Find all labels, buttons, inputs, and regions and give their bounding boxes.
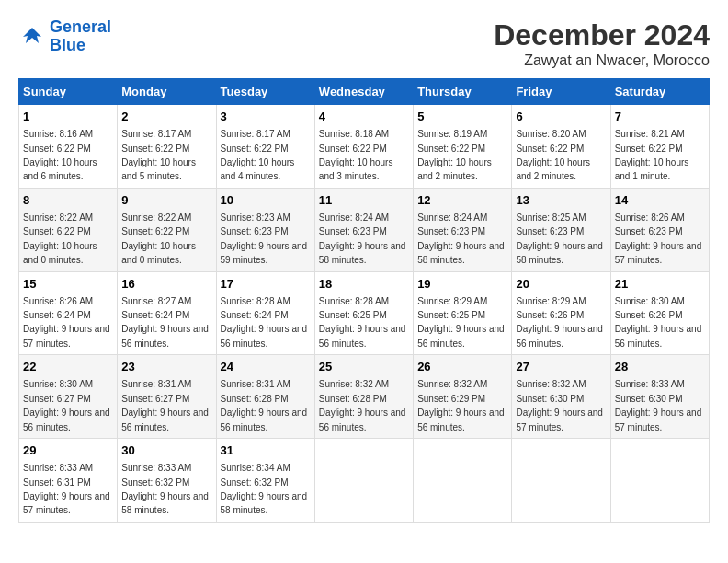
daylight-info: Daylight: 10 hours and 2 minutes. (516, 157, 590, 181)
sunrise-info: Sunrise: 8:24 AM (319, 213, 389, 223)
header-day: Saturday (610, 79, 709, 105)
calendar-cell (414, 439, 512, 523)
daylight-info: Daylight: 9 hours and 56 minutes. (221, 324, 308, 348)
day-number: 23 (121, 359, 211, 375)
sunrise-info: Sunrise: 8:30 AM (615, 296, 685, 306)
sunrise-info: Sunrise: 8:33 AM (121, 463, 191, 473)
calendar-week-row: 8Sunrise: 8:22 AMSunset: 6:22 PMDaylight… (19, 188, 710, 271)
daylight-info: Daylight: 9 hours and 56 minutes. (121, 408, 209, 431)
calendar-cell: 5Sunrise: 8:19 AMSunset: 6:22 PMDaylight… (414, 105, 512, 189)
day-number: 6 (516, 109, 606, 125)
daylight-info: Daylight: 10 hours and 0 minutes. (121, 241, 196, 265)
calendar-cell: 13Sunrise: 8:25 AMSunset: 6:23 PMDayligh… (512, 188, 610, 271)
calendar-cell: 27Sunrise: 8:32 AMSunset: 6:30 PMDayligh… (512, 355, 610, 439)
day-number: 21 (615, 276, 705, 293)
day-number: 22 (23, 359, 113, 375)
sunset-info: Sunset: 6:22 PM (23, 226, 91, 236)
sunset-info: Sunset: 6:32 PM (121, 477, 189, 488)
sunset-info: Sunset: 6:23 PM (516, 226, 584, 236)
daylight-info: Daylight: 9 hours and 59 minutes. (221, 241, 308, 265)
sunset-info: Sunset: 6:22 PM (615, 144, 683, 154)
day-number: 24 (221, 359, 311, 375)
daylight-info: Daylight: 9 hours and 57 minutes. (615, 408, 702, 431)
header-day: Monday (118, 79, 216, 105)
calendar-cell: 11Sunrise: 8:24 AMSunset: 6:23 PMDayligh… (314, 188, 413, 271)
sunset-info: Sunset: 6:32 PM (221, 477, 289, 488)
day-number: 28 (615, 359, 705, 375)
sunrise-info: Sunrise: 8:22 AM (121, 213, 191, 223)
calendar-cell: 7Sunrise: 8:21 AMSunset: 6:22 PMDaylight… (610, 105, 709, 189)
header-row: SundayMondayTuesdayWednesdayThursdayFrid… (19, 79, 710, 105)
sunrise-info: Sunrise: 8:19 AM (417, 129, 487, 139)
calendar-week-row: 1Sunrise: 8:16 AMSunset: 6:22 PMDaylight… (19, 105, 710, 189)
daylight-info: Daylight: 10 hours and 4 minutes. (221, 157, 295, 181)
daylight-info: Daylight: 9 hours and 56 minutes. (121, 324, 209, 348)
calendar-cell: 18Sunrise: 8:28 AMSunset: 6:25 PMDayligh… (314, 271, 413, 355)
day-number: 15 (23, 276, 113, 293)
daylight-info: Daylight: 9 hours and 57 minutes. (23, 491, 110, 515)
calendar-cell: 10Sunrise: 8:23 AMSunset: 6:23 PMDayligh… (216, 188, 314, 271)
calendar-cell: 17Sunrise: 8:28 AMSunset: 6:24 PMDayligh… (216, 271, 314, 355)
sunrise-info: Sunrise: 8:24 AM (417, 213, 487, 223)
sunset-info: Sunset: 6:22 PM (417, 144, 485, 154)
sunrise-info: Sunrise: 8:17 AM (221, 129, 290, 139)
daylight-info: Daylight: 9 hours and 56 minutes. (221, 408, 308, 431)
daylight-info: Daylight: 9 hours and 56 minutes. (516, 324, 603, 348)
logo-text: General Blue (50, 18, 111, 55)
sunrise-info: Sunrise: 8:32 AM (417, 379, 487, 389)
page-title: December 2024 (494, 18, 710, 52)
calendar-week-row: 22Sunrise: 8:30 AMSunset: 6:27 PMDayligh… (19, 355, 710, 439)
sunrise-info: Sunrise: 8:26 AM (615, 213, 685, 223)
calendar-cell: 9Sunrise: 8:22 AMSunset: 6:22 PMDaylight… (118, 188, 216, 271)
sunset-info: Sunset: 6:23 PM (221, 226, 289, 236)
day-number: 19 (417, 276, 507, 293)
daylight-info: Daylight: 10 hours and 3 minutes. (319, 157, 393, 181)
calendar-cell: 31Sunrise: 8:34 AMSunset: 6:32 PMDayligh… (216, 439, 314, 523)
sunset-info: Sunset: 6:25 PM (319, 310, 387, 320)
sunrise-info: Sunrise: 8:33 AM (615, 379, 685, 389)
calendar-table: SundayMondayTuesdayWednesdayThursdayFrid… (18, 78, 710, 523)
sunrise-info: Sunrise: 8:17 AM (121, 129, 191, 139)
sunrise-info: Sunrise: 8:20 AM (516, 129, 586, 139)
day-number: 31 (221, 442, 311, 459)
sunset-info: Sunset: 6:27 PM (121, 394, 189, 404)
sunset-info: Sunset: 6:22 PM (319, 144, 387, 154)
daylight-info: Daylight: 9 hours and 57 minutes. (615, 241, 702, 265)
sunset-info: Sunset: 6:30 PM (516, 394, 584, 404)
sunrise-info: Sunrise: 8:25 AM (516, 213, 586, 223)
daylight-info: Daylight: 9 hours and 56 minutes. (23, 408, 110, 431)
sunset-info: Sunset: 6:22 PM (121, 226, 189, 236)
daylight-info: Daylight: 9 hours and 56 minutes. (319, 408, 406, 431)
calendar-cell: 12Sunrise: 8:24 AMSunset: 6:23 PMDayligh… (414, 188, 512, 271)
calendar-cell: 15Sunrise: 8:26 AMSunset: 6:24 PMDayligh… (19, 271, 118, 355)
calendar-cell: 19Sunrise: 8:29 AMSunset: 6:25 PMDayligh… (414, 271, 512, 355)
daylight-info: Daylight: 9 hours and 58 minutes. (121, 491, 209, 515)
day-number: 16 (121, 276, 211, 293)
daylight-info: Daylight: 9 hours and 57 minutes. (23, 324, 110, 348)
daylight-info: Daylight: 9 hours and 58 minutes. (417, 241, 505, 265)
sunset-info: Sunset: 6:28 PM (319, 394, 387, 404)
day-number: 12 (417, 192, 507, 209)
sunrise-info: Sunrise: 8:30 AM (23, 379, 93, 389)
sunset-info: Sunset: 6:25 PM (417, 310, 485, 320)
daylight-info: Daylight: 10 hours and 2 minutes. (417, 157, 492, 181)
calendar-cell: 8Sunrise: 8:22 AMSunset: 6:22 PMDaylight… (19, 188, 118, 271)
sunset-info: Sunset: 6:23 PM (319, 226, 387, 236)
sunrise-info: Sunrise: 8:33 AM (23, 463, 93, 473)
day-number: 29 (23, 442, 113, 459)
calendar-cell: 6Sunrise: 8:20 AMSunset: 6:22 PMDaylight… (512, 105, 610, 189)
day-number: 26 (417, 359, 507, 375)
sunrise-info: Sunrise: 8:34 AM (221, 463, 290, 473)
daylight-info: Daylight: 10 hours and 1 minute. (615, 157, 689, 181)
logo-icon (18, 23, 46, 51)
sunrise-info: Sunrise: 8:27 AM (121, 296, 191, 306)
day-number: 13 (516, 192, 606, 209)
sunrise-info: Sunrise: 8:26 AM (23, 296, 93, 306)
day-number: 1 (23, 109, 113, 125)
day-number: 25 (319, 359, 409, 375)
calendar-cell (314, 439, 413, 523)
sunset-info: Sunset: 6:29 PM (417, 394, 485, 404)
sunset-info: Sunset: 6:30 PM (615, 394, 683, 404)
sunrise-info: Sunrise: 8:31 AM (221, 379, 290, 389)
sunset-info: Sunset: 6:23 PM (615, 226, 683, 236)
